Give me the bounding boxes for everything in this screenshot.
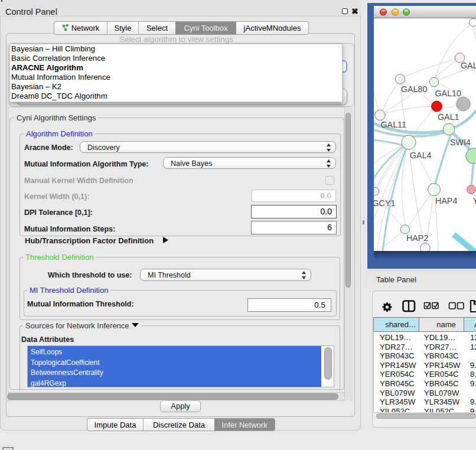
svg-text:GAL11: GAL11 [381, 120, 406, 129]
svg-text:GAL4: GAL4 [410, 151, 432, 160]
svg-text:Y: Y [473, 196, 476, 206]
svg-text:GAL10: GAL10 [435, 89, 462, 98]
svg-text:HAP4: HAP4 [435, 196, 457, 206]
svg-text:SWI4: SWI4 [450, 138, 471, 147]
svg-text:GAL: GAL [461, 61, 476, 70]
svg-text:GAL1: GAL1 [438, 112, 459, 122]
svg-text:GCY1: GCY1 [374, 198, 395, 208]
svg-text:HAP2: HAP2 [406, 233, 428, 243]
svg-text:GAL80: GAL80 [401, 84, 428, 94]
